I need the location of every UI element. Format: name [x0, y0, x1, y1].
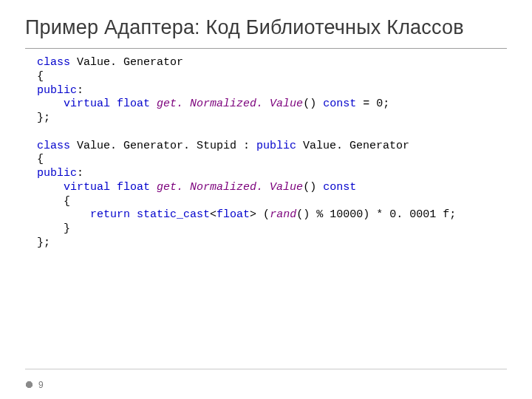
code-text: ()	[303, 98, 323, 110]
code-text: };	[37, 236, 50, 249]
code-indent	[37, 181, 64, 194]
code-text: {	[37, 70, 44, 83]
code-indent	[37, 98, 64, 110]
page-number: 9	[38, 380, 44, 390]
kw-float: float	[117, 181, 150, 194]
title-wrap: Пример Адаптера: Код Библиотечных Классо…	[0, 0, 532, 44]
func-name: get. Normalized. Value	[157, 98, 303, 110]
code-text	[130, 208, 137, 221]
kw-const: const	[323, 98, 356, 110]
code-text: ()	[303, 181, 323, 194]
code-text	[110, 181, 117, 194]
kw-return: return	[90, 208, 130, 221]
kw-virtual: virtual	[64, 98, 110, 110]
code-text: > (	[250, 208, 270, 221]
code-text: Value. Generator	[70, 56, 183, 69]
kw-float: float	[216, 208, 250, 221]
kw-class: class	[37, 56, 70, 69]
func-rand: rand	[270, 208, 296, 221]
code-text	[150, 181, 157, 194]
kw-float: float	[117, 98, 150, 110]
code-text: Value. Generator. Stupid :	[70, 140, 256, 152]
kw-class: class	[37, 140, 70, 152]
code-indent	[37, 208, 90, 221]
func-name: get. Normalized. Value	[157, 181, 303, 194]
code-text: };	[37, 112, 50, 124]
kw-virtual: virtual	[64, 181, 110, 194]
kw-public: public	[37, 167, 77, 180]
slide-title: Пример Адаптера: Код Библиотечных Классо…	[25, 16, 507, 39]
code-text: {	[37, 153, 44, 166]
code-text: <	[210, 208, 216, 221]
code-text	[150, 98, 157, 110]
kw-public: public	[37, 84, 77, 97]
code-text: {	[37, 195, 70, 208]
code-text: () % 10000) * 0. 0001 f;	[296, 208, 456, 221]
kw-static-cast: static_cast	[137, 208, 210, 221]
code-text: :	[77, 167, 83, 180]
code-text: = 0;	[356, 98, 389, 110]
kw-public: public	[256, 140, 296, 152]
svg-rect-0	[26, 381, 33, 388]
footer-divider	[25, 369, 507, 369]
code-text: :	[77, 84, 83, 97]
code-text: }	[37, 222, 70, 235]
code-block: class Value. Generator { public: virtual…	[0, 49, 532, 250]
bullet-icon	[25, 381, 33, 388]
slide: Пример Адаптера: Код Библиотечных Классо…	[0, 0, 532, 399]
code-text	[110, 98, 117, 110]
code-text: Value. Generator	[296, 140, 409, 152]
kw-const: const	[323, 181, 356, 194]
